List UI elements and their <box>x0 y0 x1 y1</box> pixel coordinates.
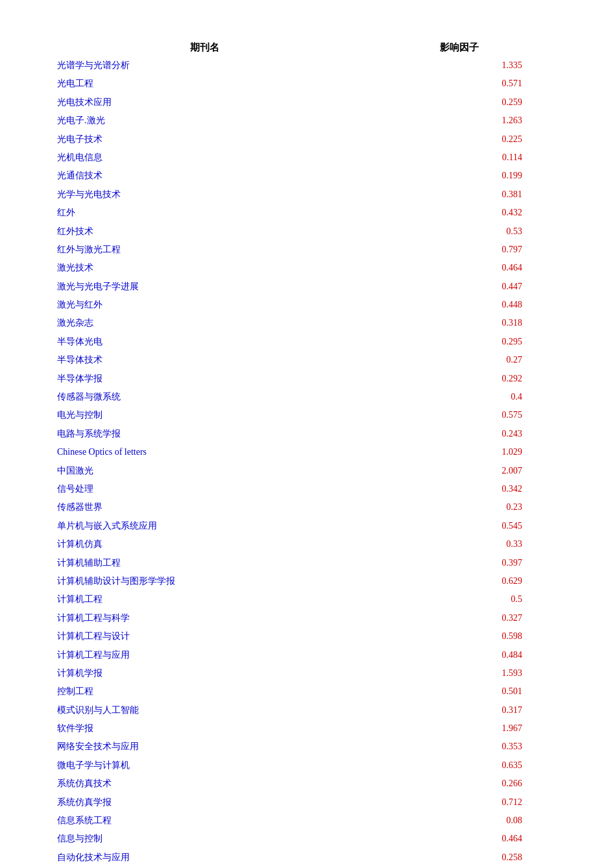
impact-factor: 0.114 <box>357 149 561 167</box>
impact-factor: 0.448 <box>357 296 561 314</box>
table-row: 光学与光电技术0.381 <box>52 186 561 204</box>
table-row: 光电工程0.571 <box>52 75 561 93</box>
header-col-impact: 影响因子 <box>357 39 561 56</box>
table-header-row: 期刊名 影响因子 <box>52 39 561 56</box>
journal-name: 系统仿真技术 <box>52 775 357 793</box>
journal-name: 红外与激光工程 <box>52 241 357 259</box>
impact-factor: 0.484 <box>357 646 561 664</box>
journal-name: 网络安全技术与应用 <box>52 738 357 756</box>
table-row: 激光杂志0.318 <box>52 314 561 332</box>
impact-factor: 0.342 <box>357 480 561 498</box>
table-row: 红外0.432 <box>52 204 561 222</box>
impact-factor: 0.635 <box>357 756 561 775</box>
journal-name: 半导体学报 <box>52 370 357 388</box>
impact-factor: 0.327 <box>357 609 561 627</box>
journal-name: 自动化技术与应用 <box>52 849 357 867</box>
journal-name: 微电子学与计算机 <box>52 756 357 775</box>
page-container: 期刊名 影响因子 光谱学与光谱分析1.335光电工程0.571光电技术应用0.2… <box>0 0 613 868</box>
journal-name: 红外 <box>52 204 357 222</box>
journal-name: 单片机与嵌入式系统应用 <box>52 517 357 535</box>
journal-name: 计算机仿真 <box>52 535 357 553</box>
impact-factor: 1.335 <box>357 56 561 75</box>
impact-factor: 0.353 <box>357 738 561 756</box>
journal-name: 光通信技术 <box>52 167 357 185</box>
journal-name: 计算机工程 <box>52 590 357 609</box>
impact-factor: 0.292 <box>357 370 561 388</box>
table-row: 微电子学与计算机0.635 <box>52 756 561 775</box>
table-row: 计算机仿真0.33 <box>52 535 561 553</box>
table-row: 激光与红外0.448 <box>52 296 561 314</box>
table-row: 软件学报1.967 <box>52 719 561 738</box>
impact-factor: 0.598 <box>357 627 561 645</box>
table-row: 网络安全技术与应用0.353 <box>52 738 561 756</box>
journal-name: 计算机学报 <box>52 664 357 682</box>
journal-name: 电路与系统学报 <box>52 425 357 443</box>
impact-factor: 0.243 <box>357 425 561 443</box>
impact-factor: 0.447 <box>357 278 561 296</box>
impact-factor: 0.464 <box>357 830 561 848</box>
impact-factor: 0.318 <box>357 314 561 332</box>
table-row: 中国激光2.007 <box>52 462 561 480</box>
impact-factor: 1.593 <box>357 664 561 682</box>
table-row: 光电技术应用0.259 <box>52 93 561 112</box>
journal-name: 信号处理 <box>52 480 357 498</box>
journal-name: 信息与控制 <box>52 830 357 848</box>
table-row: 光通信技术0.199 <box>52 167 561 185</box>
table-row: 模式识别与人工智能0.317 <box>52 701 561 719</box>
table-row: 传感器与微系统0.4 <box>52 388 561 406</box>
table-row: 光机电信息0.114 <box>52 149 561 167</box>
journal-name: 激光杂志 <box>52 314 357 332</box>
journal-name: 激光技术 <box>52 259 357 277</box>
journal-name: 计算机工程与科学 <box>52 609 357 627</box>
journal-name: 模式识别与人工智能 <box>52 701 357 719</box>
impact-factor: 0.712 <box>357 793 561 812</box>
impact-factor: 0.575 <box>357 406 561 424</box>
journal-name: 计算机工程与设计 <box>52 627 357 645</box>
journal-name: 中国激光 <box>52 462 357 480</box>
journal-name: Chinese Optics of letters <box>52 443 357 461</box>
table-row: 系统仿真技术0.266 <box>52 775 561 793</box>
impact-factor: 0.432 <box>357 204 561 222</box>
journal-name: 光电技术应用 <box>52 93 357 112</box>
table-row: 信号处理0.342 <box>52 480 561 498</box>
journal-name: 系统仿真学报 <box>52 793 357 812</box>
impact-factor: 0.629 <box>357 572 561 590</box>
impact-factor: 0.27 <box>357 351 561 369</box>
journal-name: 光电工程 <box>52 75 357 93</box>
table-row: 半导体技术0.27 <box>52 351 561 369</box>
journal-name: 电光与控制 <box>52 406 357 424</box>
impact-factor: 0.53 <box>357 223 561 241</box>
journal-name: 红外技术 <box>52 223 357 241</box>
impact-factor: 0.317 <box>357 701 561 719</box>
table-row: 光电子.激光1.263 <box>52 112 561 130</box>
impact-factor: 0.571 <box>357 75 561 93</box>
journal-name: 光学与光电技术 <box>52 186 357 204</box>
impact-factor: 0.295 <box>357 333 561 351</box>
journal-table: 期刊名 影响因子 光谱学与光谱分析1.335光电工程0.571光电技术应用0.2… <box>52 39 561 868</box>
journal-name: 光电子技术 <box>52 130 357 149</box>
journal-name: 半导体光电 <box>52 333 357 351</box>
impact-factor: 0.259 <box>357 93 561 112</box>
header-col-name: 期刊名 <box>52 39 357 56</box>
table-row: 单片机与嵌入式系统应用0.545 <box>52 517 561 535</box>
journal-name: 传感器世界 <box>52 498 357 516</box>
impact-factor: 0.33 <box>357 535 561 553</box>
impact-factor: 1.967 <box>357 719 561 738</box>
table-row: 光谱学与光谱分析1.335 <box>52 56 561 75</box>
impact-factor: 0.23 <box>357 498 561 516</box>
impact-factor: 1.029 <box>357 443 561 461</box>
impact-factor: 0.501 <box>357 682 561 701</box>
journal-name: 计算机工程与应用 <box>52 646 357 664</box>
table-row: 信息系统工程0.08 <box>52 812 561 830</box>
table-row: 计算机辅助工程0.397 <box>52 554 561 572</box>
impact-factor: 0.4 <box>357 388 561 406</box>
impact-factor: 0.225 <box>357 130 561 149</box>
journal-name: 计算机辅助工程 <box>52 554 357 572</box>
table-row: 计算机工程与科学0.327 <box>52 609 561 627</box>
table-row: 激光与光电子学进展0.447 <box>52 278 561 296</box>
table-row: 电光与控制0.575 <box>52 406 561 424</box>
impact-factor: 1.263 <box>357 112 561 130</box>
table-row: 电路与系统学报0.243 <box>52 425 561 443</box>
table-row: 系统仿真学报0.712 <box>52 793 561 812</box>
journal-name: 激光与红外 <box>52 296 357 314</box>
